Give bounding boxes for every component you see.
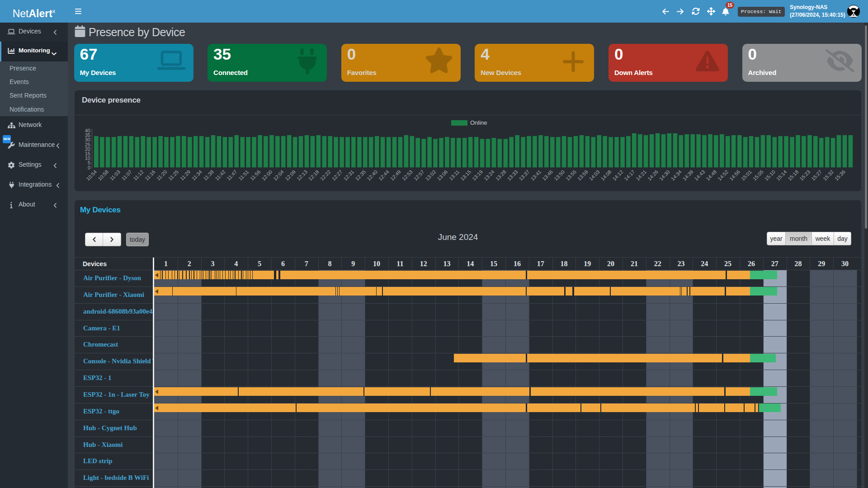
svg-text:11:42: 11:42 <box>214 169 226 181</box>
svg-text:12:00: 12:00 <box>260 169 273 182</box>
svg-text:15:01: 15:01 <box>740 169 753 182</box>
svg-text:11:29: 11:29 <box>179 169 191 181</box>
svg-text:13:55: 13:55 <box>565 169 577 182</box>
svg-text:14:03: 14:03 <box>588 169 601 182</box>
svg-text:15:23: 15:23 <box>798 169 811 182</box>
svg-text:15:32: 15:32 <box>822 169 835 182</box>
svg-text:12:27: 12:27 <box>331 169 344 182</box>
svg-text:14:48: 14:48 <box>705 169 717 182</box>
svg-text:11:03: 11:03 <box>109 169 121 181</box>
svg-text:13:02: 13:02 <box>424 169 437 182</box>
svg-text:12:31: 12:31 <box>342 169 355 182</box>
svg-text:13:59: 13:59 <box>576 169 589 182</box>
svg-text:12:40: 12:40 <box>366 169 378 182</box>
svg-text:13:50: 13:50 <box>553 169 566 182</box>
svg-text:14:08: 14:08 <box>600 169 613 182</box>
svg-text:13:46: 13:46 <box>541 169 554 182</box>
svg-text:13:11: 13:11 <box>448 169 460 181</box>
svg-text:14:39: 14:39 <box>682 169 694 182</box>
svg-text:12:22: 12:22 <box>319 169 332 182</box>
svg-text:11:16: 11:16 <box>144 169 156 181</box>
svg-text:10:54: 10:54 <box>85 169 98 182</box>
svg-text:13:41: 13:41 <box>529 169 542 182</box>
svg-text:14:56: 14:56 <box>728 169 741 182</box>
svg-text:15:36: 15:36 <box>834 169 846 182</box>
svg-text:13:28: 13:28 <box>495 169 507 182</box>
svg-text:10:58: 10:58 <box>97 169 109 182</box>
svg-text:13:15: 13:15 <box>459 169 472 182</box>
svg-text:12:18: 12:18 <box>307 169 320 182</box>
svg-text:11:07: 11:07 <box>120 169 132 181</box>
svg-text:14:12: 14:12 <box>611 169 624 182</box>
svg-text:14:26: 14:26 <box>646 169 659 182</box>
svg-text:12:53: 12:53 <box>401 169 414 182</box>
svg-text:13:24: 13:24 <box>483 169 495 182</box>
svg-text:11:34: 11:34 <box>191 169 203 181</box>
svg-text:12:57: 12:57 <box>413 169 425 182</box>
svg-text:14:34: 14:34 <box>670 169 683 182</box>
svg-text:14:21: 14:21 <box>635 169 647 182</box>
svg-text:12:49: 12:49 <box>389 169 402 182</box>
svg-text:11:56: 11:56 <box>249 169 261 181</box>
svg-text:11:51: 11:51 <box>237 169 250 181</box>
svg-text:13:19: 13:19 <box>471 169 484 182</box>
svg-text:14:43: 14:43 <box>693 169 706 182</box>
svg-text:12:09: 12:09 <box>284 169 297 182</box>
svg-text:13:37: 13:37 <box>518 169 530 182</box>
svg-text:15:14: 15:14 <box>775 169 788 182</box>
svg-text:0: 0 <box>88 165 90 170</box>
svg-text:11:47: 11:47 <box>226 169 238 181</box>
svg-text:15:05: 15:05 <box>752 169 764 182</box>
svg-text:14:17: 14:17 <box>623 169 636 182</box>
svg-text:11:12: 11:12 <box>132 169 144 181</box>
svg-text:14:30: 14:30 <box>658 169 671 182</box>
svg-text:15:10: 15:10 <box>764 169 776 182</box>
svg-text:12:35: 12:35 <box>354 169 367 182</box>
svg-text:13:33: 13:33 <box>506 169 519 182</box>
svg-text:15:27: 15:27 <box>810 169 823 182</box>
svg-text:12:13: 12:13 <box>296 169 308 182</box>
svg-text:11:38: 11:38 <box>203 169 215 181</box>
svg-text:15:18: 15:18 <box>787 169 799 182</box>
svg-text:14:52: 14:52 <box>717 169 729 182</box>
svg-text:11:20: 11:20 <box>156 169 168 181</box>
svg-text:12:04: 12:04 <box>272 169 285 182</box>
svg-text:11:25: 11:25 <box>167 169 179 181</box>
svg-text:13:06: 13:06 <box>436 169 448 182</box>
svg-text:12:44: 12:44 <box>377 169 390 182</box>
